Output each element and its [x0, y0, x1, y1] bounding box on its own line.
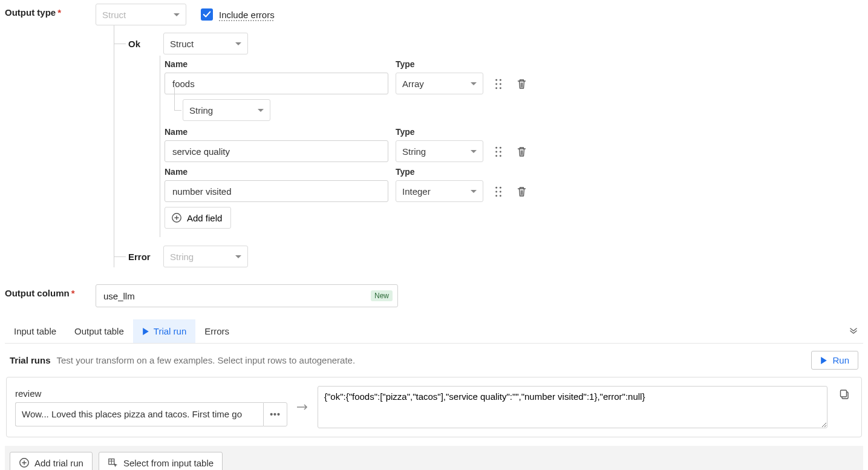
field-name-header: Name — [165, 167, 388, 177]
include-errors-label: Include errors — [219, 10, 275, 20]
trash-icon[interactable] — [514, 144, 529, 160]
plus-circle-icon — [171, 212, 182, 223]
ok-branch-label: Ok — [128, 39, 163, 49]
field-type-header: Type — [396, 167, 483, 177]
svg-point-1 — [500, 79, 501, 81]
run-button[interactable]: Run — [811, 351, 858, 370]
trash-icon[interactable] — [514, 184, 529, 200]
svg-point-4 — [495, 87, 497, 89]
select-from-input-button[interactable]: Select from input table — [99, 452, 223, 470]
new-badge: New — [371, 290, 393, 301]
svg-point-13 — [500, 187, 501, 189]
error-type-select[interactable]: String — [163, 246, 248, 267]
chevron-down-icon — [471, 190, 477, 193]
field-type-select-value: Array — [402, 79, 424, 89]
run-button-label: Run — [832, 355, 849, 365]
tab-trial-run-label: Trial run — [154, 326, 186, 336]
chevron-down-icon — [471, 82, 477, 85]
trial-runs-title: Trial runs — [10, 355, 51, 365]
output-type-select-value: Struct — [102, 10, 126, 20]
field-type-select[interactable]: Integer — [396, 180, 483, 202]
chevron-down-icon — [235, 255, 241, 258]
svg-point-8 — [495, 151, 497, 153]
trial-output-textarea[interactable] — [318, 386, 827, 428]
output-column-input[interactable]: use_llm New — [96, 284, 398, 307]
svg-point-3 — [500, 83, 501, 85]
tab-input-table[interactable]: Input table — [5, 319, 65, 343]
drag-handle-icon[interactable] — [491, 76, 506, 92]
add-trial-run-label: Add trial run — [34, 458, 83, 468]
chevron-down-icon — [174, 13, 180, 16]
plus-circle-icon — [19, 457, 30, 468]
field-name-input[interactable] — [165, 73, 388, 94]
svg-point-17 — [500, 195, 501, 197]
field-type-select-value: Integer — [402, 186, 431, 197]
svg-point-16 — [495, 195, 497, 197]
output-type-label: Output type* — [5, 4, 96, 18]
array-subtype-select[interactable]: String — [183, 99, 270, 121]
svg-point-14 — [495, 191, 497, 193]
copy-icon[interactable] — [836, 386, 853, 403]
add-trial-run-button[interactable]: Add trial run — [10, 452, 93, 470]
tab-output-table[interactable]: Output table — [65, 319, 133, 343]
svg-point-2 — [495, 83, 497, 85]
chevron-down-icon — [235, 42, 241, 45]
svg-point-15 — [500, 191, 501, 193]
field-name-header: Name — [165, 127, 388, 137]
svg-point-6 — [495, 147, 497, 149]
trial-runs-subtitle: Test your transform on a few examples. S… — [57, 355, 356, 365]
trial-run-card: review Wow... Loved this places pizza an… — [6, 377, 862, 437]
add-field-label: Add field — [187, 213, 222, 223]
include-errors-checkbox[interactable] — [201, 8, 213, 21]
play-icon — [142, 328, 149, 335]
field-name-input[interactable] — [165, 140, 388, 162]
svg-point-5 — [500, 87, 501, 89]
tab-errors[interactable]: Errors — [195, 319, 238, 343]
array-subtype-select-value: String — [189, 105, 213, 116]
svg-point-9 — [500, 151, 501, 153]
field-type-header: Type — [396, 59, 483, 69]
drag-handle-icon[interactable] — [491, 144, 506, 160]
field-name-header: Name — [165, 59, 388, 69]
select-from-input-label: Select from input table — [123, 458, 214, 468]
svg-rect-20 — [841, 390, 847, 397]
trash-icon[interactable] — [514, 76, 529, 92]
cursor-table-icon — [108, 457, 119, 468]
svg-point-7 — [500, 147, 501, 149]
svg-point-12 — [495, 187, 497, 189]
more-icon[interactable]: ••• — [263, 402, 287, 426]
output-column-value: use_llm — [103, 291, 135, 301]
expand-icon[interactable] — [844, 322, 863, 341]
output-column-label: Output column* — [5, 284, 96, 298]
field-type-header: Type — [396, 127, 483, 137]
field-type-select[interactable]: String — [396, 140, 483, 162]
error-branch-label: Error — [128, 252, 163, 262]
chevron-down-icon — [258, 109, 264, 112]
arrow-right-icon — [296, 399, 309, 415]
add-field-button[interactable]: Add field — [165, 207, 231, 229]
field-name-input[interactable] — [165, 180, 388, 202]
error-type-select-value: String — [170, 252, 194, 262]
field-type-select[interactable]: Array — [396, 73, 483, 94]
svg-point-10 — [495, 155, 497, 157]
review-input[interactable]: Wow... Loved this places pizza and tacos… — [15, 402, 263, 426]
svg-point-0 — [495, 79, 497, 81]
ok-type-select[interactable]: Struct — [163, 33, 248, 54]
chevron-down-icon — [471, 150, 477, 153]
svg-point-11 — [500, 155, 501, 157]
field-type-select-value: String — [402, 146, 426, 157]
play-icon — [820, 357, 827, 364]
tab-trial-run[interactable]: Trial run — [133, 319, 195, 343]
review-label: review — [15, 388, 287, 399]
ok-type-select-value: Struct — [170, 39, 194, 49]
output-type-select[interactable]: Struct — [96, 4, 186, 25]
drag-handle-icon[interactable] — [491, 184, 506, 200]
